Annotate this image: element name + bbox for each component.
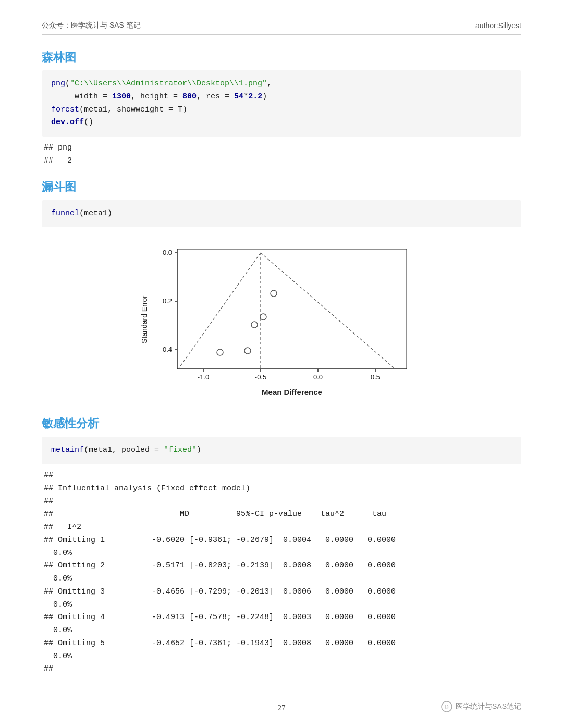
svg-text:Standard Error: Standard Error — [140, 295, 149, 343]
watermark-icon: 统 — [441, 701, 452, 712]
page-number: 27 — [278, 704, 286, 712]
section-funnel-title: 漏斗图 — [42, 179, 521, 195]
svg-text:-0.5: -0.5 — [255, 373, 266, 381]
svg-point-23 — [260, 314, 266, 320]
section-forest: 森林图 png("C:\\Users\\Administrator\\Deskt… — [42, 50, 521, 168]
svg-text:0.0: 0.0 — [163, 249, 172, 256]
svg-text:0.2: 0.2 — [163, 297, 172, 305]
header-right: author:Sillyest — [475, 21, 521, 30]
svg-text:-1.0: -1.0 — [198, 373, 209, 381]
section-funnel: 漏斗图 funnel(meta1) — [42, 179, 521, 228]
sensitivity-code: metainf(meta1, pooled = "fixed") — [42, 437, 521, 464]
svg-text:0.4: 0.4 — [163, 346, 172, 353]
svg-text:Mean Difference: Mean Difference — [262, 388, 322, 397]
svg-point-25 — [271, 290, 277, 297]
svg-line-19 — [178, 253, 261, 369]
section-sensitivity: 敏感性分析 metainf(meta1, pooled = "fixed") #… — [42, 416, 521, 676]
page: 公众号：医学统计与 SAS 笔记 author:Sillyest 森林图 png… — [0, 0, 563, 728]
section-sensitivity-title: 敏感性分析 — [42, 416, 521, 431]
header-left: 公众号：医学统计与 SAS 笔记 — [42, 21, 141, 30]
svg-text:0.5: 0.5 — [371, 373, 380, 381]
funnel-code: funnel(meta1) — [42, 200, 521, 228]
svg-point-21 — [244, 348, 251, 354]
watermark: 统 医学统计与SAS笔记 — [441, 701, 521, 712]
svg-point-22 — [251, 322, 258, 328]
sensitivity-output: ## ## Influential analysis (Fixed effect… — [42, 470, 521, 676]
svg-point-24 — [217, 349, 223, 355]
svg-text:0.0: 0.0 — [313, 373, 323, 381]
forest-output: ## png ## 2 — [42, 142, 521, 168]
funnel-chart-container: Standard Error 0.0 0.2 0.4 -1.0 -0.5 0 — [42, 239, 521, 400]
forest-code: png("C:\\Users\\Administrator\\Desktop\\… — [42, 70, 521, 137]
funnel-chart: Standard Error 0.0 0.2 0.4 -1.0 -0.5 0 — [136, 239, 427, 400]
svg-text:统: 统 — [444, 705, 449, 710]
page-header: 公众号：医学统计与 SAS 笔记 author:Sillyest — [42, 21, 521, 35]
watermark-text: 医学统计与SAS笔记 — [456, 702, 521, 711]
svg-line-20 — [261, 253, 395, 369]
section-forest-title: 森林图 — [42, 50, 521, 65]
